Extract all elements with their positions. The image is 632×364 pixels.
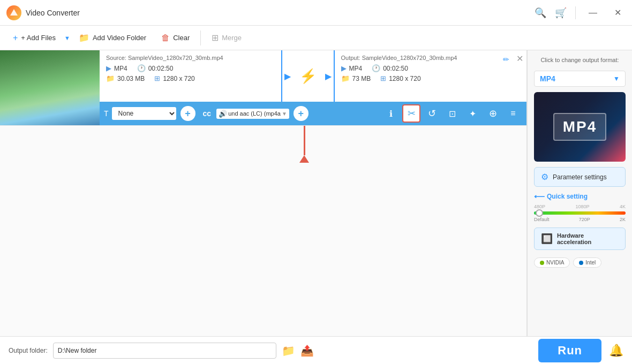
app-icon — [6, 5, 21, 20]
audio-icon: 🔊 — [219, 110, 227, 118]
add-folder-label: Add Video Folder — [93, 34, 146, 42]
merge-icon: ⊞ — [212, 33, 219, 43]
lightning-icon: ⚡ — [293, 50, 323, 102]
nvidia-dot — [540, 261, 544, 265]
folder-icon-output: 📁 — [341, 74, 350, 82]
source-size: 30.03 MB — [117, 75, 145, 82]
audio-dropdown-arrow[interactable]: ▼ — [282, 111, 287, 117]
intel-dot — [579, 261, 583, 265]
quick-setting-icon: ⟵ — [534, 192, 545, 201]
run-button[interactable]: Run — [538, 339, 601, 362]
hardware-acceleration-section: 🔲 Hardware acceleration — [534, 228, 626, 250]
close-button[interactable]: ✕ — [610, 5, 626, 20]
crop-button[interactable]: ⊡ — [443, 104, 461, 123]
right-panel: Click to change output format: MP4 ▼ MP4… — [527, 50, 632, 336]
add-audio-button[interactable]: + — [294, 106, 309, 121]
watermark-button[interactable]: ⊕ — [484, 104, 502, 123]
app-title: Video Converter — [26, 9, 80, 17]
cut-button[interactable]: ✂ — [402, 104, 420, 123]
intel-badge[interactable]: Intel — [573, 257, 601, 268]
label-default: Default — [534, 217, 550, 222]
merge-button[interactable]: ⊞ Merge — [205, 29, 248, 46]
quick-setting-section: ⟵ Quick setting 480P 1080P 4K Default 72… — [534, 192, 626, 222]
svg-marker-0 — [10, 9, 18, 16]
title-bar: Video Converter 🔍 🛒 — ✕ — [0, 0, 632, 26]
subtitle-select[interactable]: None — [112, 107, 176, 120]
clear-label: Clear — [173, 34, 190, 42]
search-icon[interactable]: 🔍 — [535, 7, 546, 19]
output-from-arrow: ▶ — [323, 50, 334, 102]
clear-button[interactable]: 🗑 Clear — [155, 30, 196, 46]
res-icon-output: ⊞ — [380, 74, 386, 82]
res-icon-source: ⊞ — [154, 74, 160, 82]
merge-label: Merge — [222, 34, 242, 42]
source-duration: 00:02:50 — [148, 65, 174, 72]
add-files-label: + Add Files — [21, 34, 56, 42]
label-720p: 720P — [579, 217, 590, 222]
rotate-button[interactable]: ↺ — [423, 104, 441, 123]
quality-slider-track[interactable] — [534, 211, 626, 215]
file-row: Source: SampleVideo_1280x720_30mb.mp4 ▶ … — [0, 50, 526, 126]
quick-setting-text: Quick setting — [547, 193, 588, 200]
browse-folder-button[interactable]: 📁 — [282, 344, 295, 357]
format-selector[interactable]: MP4 ▼ — [534, 71, 626, 87]
add-files-icon: + — [13, 33, 18, 43]
bottom-bar: Output folder: 📁 📤 Run 🔔 — [0, 336, 632, 364]
clock-icon-output: 🕐 — [372, 64, 380, 72]
edit-output-pencil[interactable]: ✏ — [503, 55, 509, 64]
format-change-label: Click to change output format: — [534, 57, 626, 63]
minimize-button[interactable]: — — [584, 6, 601, 20]
output-resolution: 1280 x 720 — [389, 75, 420, 82]
toolbar-separator — [200, 31, 201, 46]
add-files-dropdown-arrow[interactable]: ▼ — [64, 35, 70, 41]
quality-slider-thumb[interactable] — [536, 209, 543, 217]
info-button[interactable]: ℹ — [382, 104, 400, 123]
output-folder-label: Output folder: — [9, 347, 48, 354]
file-close-button[interactable]: ✕ — [516, 54, 523, 64]
output-path-input[interactable] — [53, 343, 276, 359]
parameter-settings-label: Parameter settings — [553, 173, 607, 181]
effects-button[interactable]: ✦ — [463, 104, 481, 123]
alarm-button[interactable]: 🔔 — [609, 344, 623, 358]
add-folder-button[interactable]: 📁 Add Video Folder — [72, 29, 153, 46]
arrow-indicator — [299, 126, 309, 163]
nvidia-badge[interactable]: NVIDIA — [534, 257, 570, 268]
subtitle-T-icon: T — [104, 109, 109, 118]
arrow-shaft — [304, 126, 305, 155]
add-files-button[interactable]: + + Add Files — [6, 30, 62, 46]
source-resolution: 1280 x 720 — [163, 75, 194, 82]
main-toolbar: + + Add Files ▼ 📁 Add Video Folder 🗑 Cle… — [0, 26, 632, 50]
hw-accel-label: Hardware acceleration — [557, 232, 619, 245]
slider-bottom-labels: Default 720P 2K — [534, 217, 626, 222]
slider-top-labels: 480P 1080P 4K — [534, 204, 626, 209]
clock-icon-source: 🕐 — [137, 64, 146, 72]
right-arrow-icon: ▶ — [284, 71, 291, 81]
title-bar-left: Video Converter — [6, 5, 80, 20]
file-source-info: Source: SampleVideo_1280x720_30mb.mp4 ▶ … — [100, 50, 282, 102]
add-subtitle-button[interactable]: + — [180, 106, 195, 121]
file-thumbnail — [0, 50, 100, 125]
hw-accel-icon: 🔲 — [541, 233, 553, 245]
mp4-badge: MP4 — [553, 113, 607, 141]
folder-icon-source: 📁 — [106, 74, 115, 82]
label-2k: 2K — [620, 217, 626, 222]
label-4k: 4K — [620, 204, 626, 209]
cart-icon[interactable]: 🛒 — [555, 7, 567, 19]
nvidia-label: NVIDIA — [546, 260, 564, 266]
output-format: MP4 — [349, 65, 363, 72]
format-icon-output: ▶ — [341, 64, 347, 72]
cc-button[interactable]: cc — [200, 104, 215, 123]
label-480p: 480P — [534, 204, 545, 209]
intel-label: Intel — [585, 260, 596, 266]
subtitle-edit-button[interactable]: ≡ — [504, 104, 522, 123]
content-area: Source: SampleVideo_1280x720_30mb.mp4 ▶ … — [0, 50, 527, 336]
quick-setting-label: ⟵ Quick setting — [534, 192, 626, 201]
source-label: Source: SampleVideo_1280x720_30mb.mp4 — [106, 55, 275, 61]
main-layout: Source: SampleVideo_1280x720_30mb.mp4 ▶ … — [0, 50, 632, 336]
label-1080p: 1080P — [575, 204, 589, 209]
parameter-settings-button[interactable]: ⚙ Parameter settings — [534, 167, 626, 187]
format-icon-source: ▶ — [106, 64, 111, 72]
right-arrow-icon-2: ▶ — [325, 71, 332, 81]
format-dropdown-arrow: ▼ — [613, 75, 620, 82]
export-button[interactable]: 📤 — [300, 344, 314, 357]
